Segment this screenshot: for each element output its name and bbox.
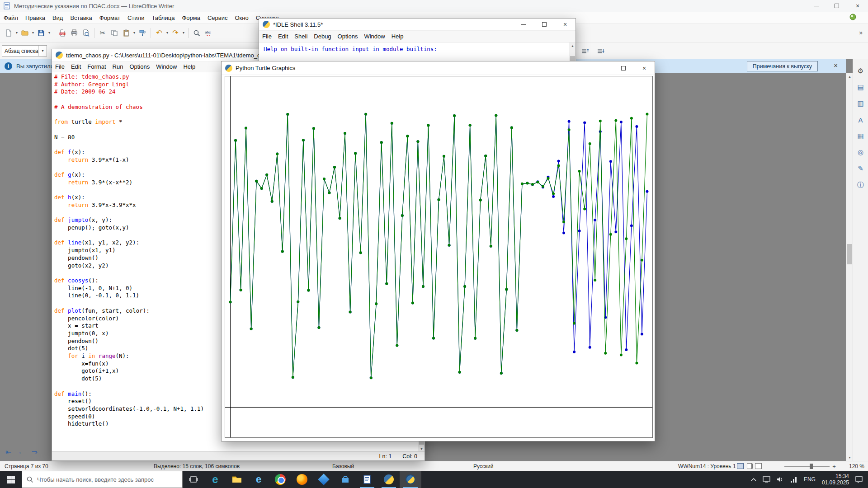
accessibility-check-icon[interactable]: ⓘ [853, 177, 868, 193]
menu-insert[interactable]: Вставка [66, 12, 95, 23]
task-view-button[interactable] [183, 471, 204, 488]
menu-view[interactable]: Вид [49, 12, 67, 23]
taskbar-app-chrome[interactable] [269, 471, 291, 488]
turtle-titlebar[interactable]: Python Turtle Graphics × [222, 61, 655, 75]
display-icon[interactable] [763, 476, 770, 483]
menu-options[interactable]: Options [335, 31, 361, 42]
print-icon[interactable] [68, 27, 80, 39]
menu-window[interactable]: Window [153, 61, 180, 72]
menu-edit[interactable]: Правка [22, 12, 49, 23]
scroll-down-icon[interactable]: ▼ [846, 454, 853, 461]
taskbar-app-python-idle[interactable] [378, 471, 400, 488]
taskbar-app-file-explorer[interactable] [226, 471, 248, 488]
zoom-slider-thumb[interactable] [810, 464, 813, 469]
scroll-up-icon[interactable]: ▲ [846, 73, 853, 80]
document-vertical-scrollbar[interactable]: ▲ ▼ [846, 73, 853, 461]
new-document-icon[interactable] [3, 27, 14, 39]
open-file-dropdown-icon[interactable]: ▾ [31, 31, 35, 35]
menu-tools[interactable]: Сервис [204, 12, 231, 23]
tray-expand-chevron-icon[interactable] [751, 478, 756, 481]
close-button[interactable]: × [634, 61, 655, 75]
sidebar-settings-icon[interactable]: ⚙ [853, 63, 868, 79]
toolbar-overflow-icon[interactable]: » [859, 29, 863, 36]
menu-run[interactable]: Run [109, 61, 127, 72]
menu-file[interactable]: Файл [0, 12, 22, 23]
zoom-slider[interactable] [784, 466, 830, 467]
single-page-view-icon[interactable] [737, 463, 744, 469]
line-spacing-icon[interactable] [580, 45, 591, 57]
new-document-dropdown-icon[interactable]: ▾ [14, 31, 19, 35]
network-icon[interactable] [790, 477, 797, 483]
taskbar-search-box[interactable]: Чтобы начать поиск, введите здесь запрос [22, 471, 183, 488]
scroll-up-icon[interactable]: ▲ [569, 42, 576, 49]
zoom-in-icon[interactable]: + [832, 463, 836, 470]
menu-file[interactable]: File [52, 61, 68, 72]
menu-edit[interactable]: Edit [68, 61, 84, 72]
writer-titlebar[interactable]: Методические указания по ПОАС.docx — Lib… [0, 0, 868, 12]
language-status[interactable]: Русский [473, 461, 494, 471]
save-icon[interactable] [35, 27, 47, 39]
maximize-button[interactable] [826, 0, 847, 12]
paragraph-style-combobox[interactable]: Абзац списка ▾ [2, 45, 47, 56]
taskbar-app-diamond[interactable] [313, 471, 335, 488]
style-inspector-icon[interactable]: ✎ [853, 160, 868, 177]
print-preview-icon[interactable] [80, 27, 92, 39]
menu-edit[interactable]: Edit [275, 31, 291, 42]
paragraph-style-dropdown-icon[interactable]: ▾ [38, 46, 47, 56]
page-style-status[interactable]: Базовый [332, 461, 354, 471]
release-notes-button[interactable]: Примечания к выпуску [747, 61, 818, 71]
speaker-icon[interactable] [777, 476, 784, 483]
menu-form[interactable]: Форма [178, 12, 204, 23]
styles-deck-icon[interactable]: A [853, 112, 868, 128]
paste-dropdown-icon[interactable]: ▾ [132, 31, 137, 35]
menu-options[interactable]: Options [126, 61, 153, 72]
taskbar-app-firefox[interactable] [291, 471, 313, 488]
scrollbar-thumb[interactable] [847, 244, 852, 264]
nav-first-page-icon[interactable]: ⇤ [5, 448, 11, 456]
menu-window[interactable]: Window [361, 31, 388, 42]
nav-previous-icon[interactable]: ← [18, 448, 25, 456]
undo-dropdown-icon[interactable]: ▾ [165, 31, 170, 35]
spelling-check-icon[interactable]: abc [203, 27, 214, 39]
minimize-button[interactable] [592, 61, 613, 75]
maximize-button[interactable] [534, 19, 555, 30]
zoom-percentage[interactable]: 120 % [849, 461, 864, 471]
export-pdf-icon[interactable]: PDF [57, 27, 68, 39]
paragraph-spacing-icon[interactable] [595, 45, 607, 57]
update-status-icon[interactable] [849, 14, 856, 22]
menu-help[interactable]: Help [388, 31, 407, 42]
clock[interactable]: 15:34 01.09.2025 [822, 473, 849, 486]
shell-titlebar[interactable]: *IDLE Shell 3.11.5* × [259, 19, 576, 31]
close-button[interactable]: × [847, 0, 868, 12]
taskbar-app-python-turtle[interactable] [400, 471, 421, 488]
zoom-out-icon[interactable]: – [778, 463, 782, 470]
nav-next-icon[interactable]: ⇒ [31, 448, 37, 456]
copy-icon[interactable] [108, 27, 120, 39]
paste-icon[interactable] [120, 27, 132, 39]
navigator-deck-icon[interactable]: ◎ [853, 144, 868, 160]
open-file-icon[interactable] [19, 27, 31, 39]
minimize-button[interactable] [513, 19, 534, 30]
book-view-icon[interactable] [755, 463, 762, 469]
maximize-button[interactable] [613, 61, 634, 75]
menu-debug[interactable]: Debug [311, 31, 334, 42]
save-dropdown-icon[interactable]: ▾ [47, 31, 52, 35]
multi-page-view-icon[interactable] [747, 463, 752, 469]
keyboard-language-indicator[interactable]: ENG [804, 476, 816, 483]
clone-formatting-icon[interactable] [137, 27, 148, 39]
redo-dropdown-icon[interactable]: ▾ [181, 31, 186, 35]
page-deck-icon[interactable]: ▥ [853, 95, 868, 112]
menu-shell[interactable]: Shell [291, 31, 311, 42]
properties-deck-icon[interactable]: ▤ [853, 79, 868, 95]
find-replace-icon[interactable] [191, 27, 203, 39]
start-button[interactable] [0, 471, 22, 488]
gallery-deck-icon[interactable]: ▦ [853, 128, 868, 144]
taskbar-app-store[interactable] [335, 471, 356, 488]
minimize-button[interactable] [806, 0, 826, 12]
word-count-status[interactable]: Выделено: 15 слов, 106 символов [154, 461, 240, 471]
menu-window[interactable]: Окно [231, 12, 252, 23]
menu-file[interactable]: File [259, 31, 275, 42]
menu-help[interactable]: Help [180, 61, 198, 72]
undo-icon[interactable]: ↶ [153, 27, 165, 39]
close-button[interactable]: × [555, 19, 576, 30]
